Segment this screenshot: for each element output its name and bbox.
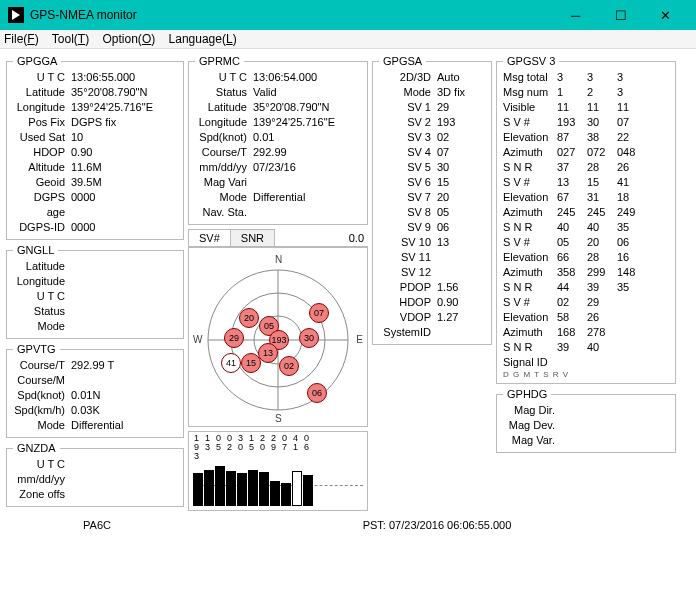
snr-bar — [259, 472, 269, 506]
snr-bar — [193, 473, 203, 506]
status-left: PA6C — [8, 519, 186, 531]
close-button[interactable]: ✕ — [643, 0, 688, 30]
titlebar[interactable]: GPS-NMEA monitor ─ ☐ ✕ — [0, 0, 696, 30]
sat-06[interactable]: 06 — [307, 383, 327, 403]
sky-plot[interactable]: N S W E 07202905193301315410206 — [188, 247, 368, 427]
window-title: GPS-NMEA monitor — [30, 8, 553, 22]
panel-gprmc: GPRMC U T C13:06:54.000 StatusValid Lati… — [188, 55, 368, 225]
gpgga-alt: 11.6M — [71, 160, 177, 175]
gpgga-hdop: 0.90 — [71, 145, 177, 160]
menu-tool[interactable]: Tool(T) — [52, 32, 89, 46]
panel-gngll: GNGLL Latitude Longitude U T C Status Mo… — [6, 244, 184, 339]
sat-30[interactable]: 30 — [299, 328, 319, 348]
snr-bar — [281, 483, 291, 506]
sat-20[interactable]: 20 — [239, 308, 259, 328]
sat-15[interactable]: 15 — [241, 353, 261, 373]
gpgga-utc: 13:06:55.000 — [71, 70, 177, 85]
menu-option[interactable]: Option(O) — [103, 32, 156, 46]
gpgga-posfix: DGPS fix — [71, 115, 177, 130]
sky-tabs: SV# SNR 0.0 — [188, 229, 368, 247]
snr-bar — [204, 470, 214, 506]
minimize-button[interactable]: ─ — [553, 0, 598, 30]
menu-language[interactable]: Language(L) — [169, 32, 237, 46]
sat-07[interactable]: 07 — [309, 303, 329, 323]
panel-gpgsa: GPGSA 2D/3DAutoMode3D fixSV 129SV 2193SV… — [372, 55, 492, 345]
tab-sv[interactable]: SV# — [188, 229, 231, 246]
panel-gpgga: GPGGA U T C13:06:55.000 Latitude35°20'08… — [6, 55, 184, 240]
snr-bar — [248, 470, 258, 506]
maximize-button[interactable]: ☐ — [598, 0, 643, 30]
tab-value: 0.0 — [349, 232, 364, 244]
snr-bar — [215, 466, 225, 506]
sat-29[interactable]: 29 — [224, 328, 244, 348]
app-icon — [8, 7, 24, 23]
statusbar: PA6C PST: 07/23/2016 06:06:55.000 — [0, 517, 696, 539]
snr-bar — [237, 473, 247, 506]
gpgga-lon: 139°24'25.716"E — [71, 100, 177, 115]
sat-13[interactable]: 13 — [258, 343, 278, 363]
panel-gnzda: GNZDA U T C mm/dd/yy Zone offs — [6, 442, 184, 507]
snr-bar — [270, 481, 280, 506]
gpgga-used: 10 — [71, 130, 177, 145]
snr-bar — [303, 475, 313, 507]
menubar: File(F) Tool(T) Option(O) Language(L) — [0, 30, 696, 49]
snr-bar — [226, 471, 236, 506]
snr-bar — [292, 471, 302, 506]
gpgsv-tiny: D G M T S R V — [503, 370, 669, 379]
menu-file[interactable]: File(F) — [4, 32, 39, 46]
panel-gpgsv: GPGSV 3 Msg total333Msg num123Visible111… — [496, 55, 676, 384]
status-center: PST: 07/23/2016 06:06:55.000 — [186, 519, 688, 531]
gpgga-did: 0000 — [71, 220, 177, 235]
tab-snr[interactable]: SNR — [230, 229, 275, 246]
legend-gpgga: GPGGA — [13, 55, 61, 67]
sat-41[interactable]: 41 — [221, 353, 241, 373]
snr-chart: 19313050230152029074106 — [188, 431, 368, 511]
panel-gpvtg: GPVTG Course/T292.99 T Course/M Spd(knot… — [6, 343, 184, 438]
panel-gphdg: GPHDG Mag Dir. Mag Dev. Mag Var. — [496, 388, 676, 453]
sat-02[interactable]: 02 — [279, 356, 299, 376]
gpgga-geoid: 39.5M — [71, 175, 177, 190]
gpgga-lat: 35°20'08.790"N — [71, 85, 177, 100]
gpgga-dage: 0000 — [71, 190, 177, 220]
